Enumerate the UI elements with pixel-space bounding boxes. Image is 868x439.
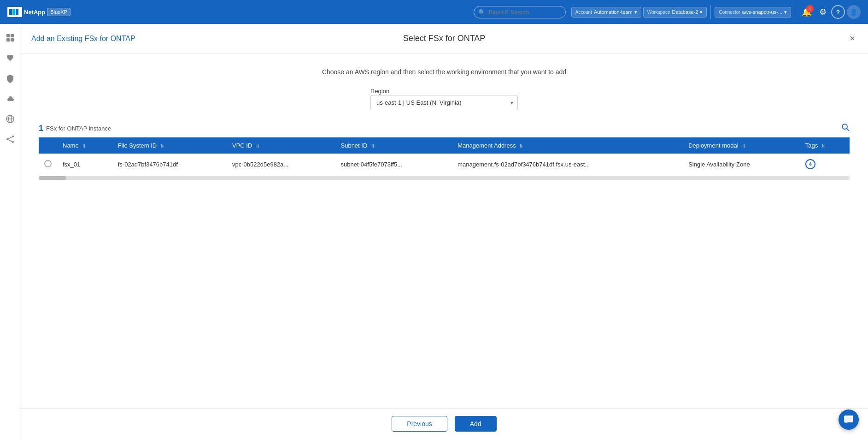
svg-point-8	[6, 138, 8, 140]
account-button[interactable]: Account Automation-team ▾	[571, 7, 641, 18]
svg-point-10	[12, 141, 14, 143]
add-button[interactable]: Add	[455, 416, 497, 432]
workspace-label: Workspace	[647, 10, 670, 15]
app-layout: Add an Existing FSx for ONTAP Select FSx…	[0, 24, 868, 439]
instance-count-label: FSx for ONTAP instance	[46, 125, 111, 132]
table-count: 1 FSx for ONTAP instance	[39, 124, 111, 133]
settings-button[interactable]: ⚙	[816, 4, 829, 20]
notification-button[interactable]: 🔔 1	[799, 4, 815, 20]
nav-right: Account Automation-team ▾ Workspace Data…	[571, 4, 861, 20]
table-scroll: Name ⇅ File System ID ⇅ VPC ID ⇅	[39, 137, 850, 180]
col-radio	[39, 137, 57, 154]
sidebar-item-health[interactable]	[2, 50, 18, 66]
svg-rect-1	[6, 34, 10, 37]
bluexp-badge: BlueXP	[47, 8, 70, 16]
account-label: Account	[575, 10, 592, 15]
dialog-header: Add an Existing FSx for ONTAP Select FSx…	[20, 24, 868, 53]
connector-button[interactable]: Connector aws-snapctr-us-... ▾	[715, 7, 791, 18]
close-button[interactable]: ×	[848, 31, 857, 46]
col-filesystem-id[interactable]: File System ID ⇅	[112, 137, 227, 154]
table-section: 1 FSx for ONTAP instance Name	[39, 123, 850, 180]
dialog-footer: Previous Add	[20, 408, 868, 439]
col-deployment-modal[interactable]: Deployment modal ⇅	[683, 137, 800, 154]
connector-value: aws-snapctr-us-...	[742, 9, 782, 15]
table-header-columns: Name ⇅ File System ID ⇅ VPC ID ⇅	[39, 137, 850, 154]
workspace-chevron-icon: ▾	[700, 9, 703, 15]
row-name: fsx_01	[57, 154, 112, 175]
region-select[interactable]: us-east-1 | US East (N. Virginia)us-east…	[370, 95, 518, 110]
tags-badge[interactable]: 4	[805, 159, 815, 169]
region-label: Region	[370, 88, 389, 95]
name-sort-icon: ⇅	[82, 143, 86, 148]
svg-point-9	[12, 136, 14, 137]
svg-rect-4	[11, 38, 14, 42]
dialog-title-center: Select FSx for ONTAP	[403, 34, 486, 43]
row-radio-cell[interactable]	[39, 154, 57, 175]
row-vpc-id: vpc-0b522d5e982a...	[227, 154, 335, 175]
col-management-address[interactable]: Management Address ⇅	[452, 137, 683, 154]
table-header-row: 1 FSx for ONTAP instance	[39, 123, 850, 134]
row-deployment-modal: Single Availability Zone	[683, 154, 800, 175]
gear-icon: ⚙	[819, 7, 827, 17]
sidebar-item-cloud[interactable]	[2, 90, 18, 107]
vpc-id-sort-icon: ⇅	[256, 143, 259, 148]
dialog-panel: Add an Existing FSx for ONTAP Select FSx…	[20, 24, 868, 439]
table-row[interactable]: fsx_01 fs-02ad7bf3476b741df vpc-0b522d5e…	[39, 154, 850, 175]
svg-line-14	[847, 129, 849, 131]
user-icon: 👤	[850, 9, 857, 16]
management-address-sort-icon: ⇅	[519, 143, 523, 148]
nav-divider-2	[795, 5, 795, 19]
instance-count: 1	[39, 124, 43, 133]
previous-button[interactable]: Previous	[392, 416, 447, 432]
col-tags[interactable]: Tags ⇅	[800, 137, 850, 154]
sidebar-item-canvas[interactable]	[2, 30, 18, 46]
nav-divider	[710, 5, 711, 19]
table-body: fsx_01 fs-02ad7bf3476b741df vpc-0b522d5e…	[39, 154, 850, 175]
workspace-button[interactable]: Workspace Database-2 ▾	[643, 7, 707, 18]
sidebar-item-shield[interactable]	[2, 70, 18, 87]
subnet-id-sort-icon: ⇅	[371, 143, 375, 148]
col-subnet-id[interactable]: Subnet ID ⇅	[335, 137, 452, 154]
row-filesystem-id: fs-02ad7bf3476b741df	[112, 154, 227, 175]
region-section: Region us-east-1 | US East (N. Virginia)…	[39, 87, 850, 110]
fsx-table: Name ⇅ File System ID ⇅ VPC ID ⇅	[39, 137, 850, 175]
notification-badge: 1	[806, 5, 814, 12]
col-name[interactable]: Name ⇅	[57, 137, 112, 154]
row-radio-button[interactable]	[44, 160, 52, 167]
tags-sort-icon: ⇅	[821, 143, 825, 148]
search-input[interactable]	[474, 6, 566, 18]
search-wrapper: 🔍	[474, 6, 566, 18]
svg-line-11	[8, 137, 12, 139]
top-navigation: NetApp BlueXP 🔍 Account Automation-team …	[0, 0, 868, 24]
user-button[interactable]: 👤	[847, 5, 861, 19]
region-select-wrapper: us-east-1 | US East (N. Virginia)us-east…	[370, 95, 518, 110]
question-icon: ?	[836, 9, 840, 16]
account-value: Automation-team	[594, 9, 633, 15]
horizontal-scrollbar[interactable]	[39, 176, 850, 180]
help-button[interactable]: ?	[831, 5, 845, 19]
row-tags: 4	[800, 154, 850, 175]
netapp-label: NetApp	[24, 9, 45, 16]
row-subnet-id: subnet-04f5fe7073ff5...	[335, 154, 452, 175]
netapp-logo: NetApp BlueXP	[7, 7, 70, 17]
col-vpc-id[interactable]: VPC ID ⇅	[227, 137, 335, 154]
sidebar	[0, 24, 20, 439]
row-management-address: management.fs-02ad7bf3476b741df.fsx.us-e…	[452, 154, 683, 175]
account-chevron-icon: ▾	[634, 9, 637, 15]
sidebar-item-globe[interactable]	[2, 111, 18, 127]
deployment-modal-sort-icon: ⇅	[742, 143, 745, 148]
dialog-subtitle: Choose an AWS region and then select the…	[39, 68, 850, 76]
connector-label: Connector	[719, 10, 740, 15]
svg-line-12	[8, 140, 12, 142]
dialog-title-left: Add an Existing FSx for ONTAP	[31, 35, 135, 43]
table-search-icon[interactable]	[841, 123, 850, 134]
sidebar-item-share[interactable]	[2, 131, 18, 148]
filesystem-id-sort-icon: ⇅	[160, 143, 164, 148]
chat-button[interactable]	[839, 409, 859, 430]
workspace-value: Database-2	[672, 9, 698, 15]
scrollbar-thumb[interactable]	[39, 176, 66, 180]
svg-rect-2	[11, 34, 14, 37]
svg-rect-3	[6, 38, 10, 42]
dialog-body: Choose an AWS region and then select the…	[20, 53, 868, 408]
connector-chevron-icon: ▾	[784, 9, 787, 15]
